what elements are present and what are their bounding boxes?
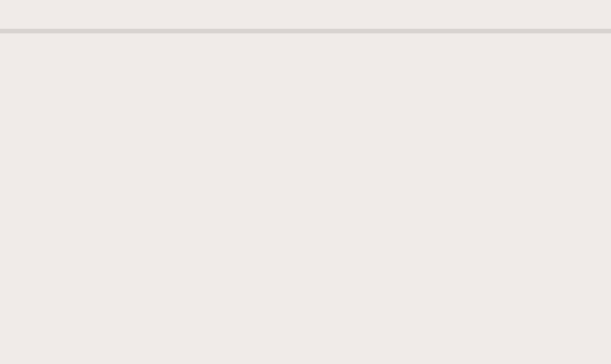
section-personal [0,0,611,19]
section-personal2 [0,19,611,29]
section-hardware [0,33,611,43]
section-hardware2 [0,43,611,55]
section-divider-1 [0,29,611,33]
